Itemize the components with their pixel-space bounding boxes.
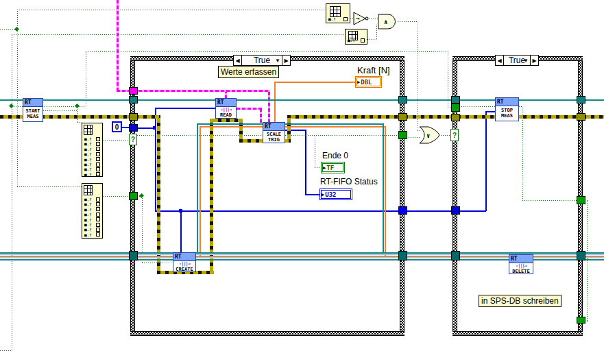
tunnel-bundle-case1-left[interactable]	[129, 251, 138, 260]
wire-grnH-36[interactable]	[86, 51, 448, 52]
tunnel-teal-case2-left[interactable]	[451, 96, 460, 104]
case2-bottom-border[interactable]	[452, 331, 583, 336]
case1-selector-label[interactable]: True	[254, 56, 270, 65]
tunnel-bundle-case2-left[interactable]	[451, 251, 460, 260]
not-gate[interactable]: ¬	[353, 11, 371, 26]
rt-stop-meas-node[interactable]: RT STOP MEAS	[495, 97, 519, 121]
wire-grnH-60[interactable]	[398, 21, 418, 22]
wire-grnV-26[interactable]	[17, 10, 18, 186]
wire-org-9[interactable]	[200, 126, 201, 256]
case1-bottom-border[interactable]	[130, 331, 404, 336]
tunnel-error-case2-right[interactable]	[577, 113, 585, 121]
wire-grnV-50[interactable]	[522, 106, 523, 201]
array-constant-top2[interactable]: ■.†	[345, 29, 367, 45]
wire-teal-1[interactable]	[0, 252, 604, 254]
wire-errV-14[interactable]	[157, 115, 160, 274]
rt-start-meas-node[interactable]: RT START MEAS	[23, 98, 43, 122]
wire-errH-21[interactable]	[287, 115, 400, 119]
rt-fifo-delete-node[interactable]: RT -|||→ DELETE	[509, 254, 533, 274]
and-gate[interactable]: ∧	[378, 14, 397, 30]
zero-constant[interactable]: 0	[112, 121, 122, 132]
wire-errV-16[interactable]	[210, 119, 213, 274]
wire-errV-18[interactable]	[239, 119, 243, 143]
dbl-indicator[interactable]: ▶ DBL	[355, 76, 382, 88]
wire-errH-12[interactable]	[0, 115, 130, 119]
wire-blu-76[interactable]	[305, 130, 306, 195]
tunnel-bool-case1-left[interactable]	[129, 192, 138, 200]
tunnel-bundle-case2-right[interactable]	[577, 251, 585, 260]
tunnel-bool-case2-right-low[interactable]	[577, 317, 585, 324]
case2-prev-arrow[interactable]: ◀	[496, 56, 503, 65]
wire-blu-71[interactable]	[457, 210, 486, 212]
wire-blu-67[interactable]	[155, 108, 217, 109]
ende-label[interactable]: Ende 0	[322, 151, 348, 160]
wire-org-84[interactable]	[274, 82, 276, 123]
wire-magV-81[interactable]	[268, 90, 270, 123]
rt-fifo-read-node[interactable]: RT -|||→ READ	[215, 98, 237, 119]
case1-dropdown-icon[interactable]: ▼	[275, 58, 280, 64]
wire-errH-24[interactable]	[583, 115, 604, 119]
case2-selector-terminal[interactable]: ?	[450, 129, 459, 141]
case1-selector[interactable]: ◀ True ▼ ▶	[233, 55, 291, 66]
wire-grnH-39[interactable]	[103, 140, 130, 141]
wire-grnH-40[interactable]	[103, 196, 130, 197]
tunnel-bool-case2-left[interactable]	[451, 104, 460, 112]
tunnel-int-case1-right[interactable]	[398, 206, 407, 215]
case1-comment-label[interactable]: Werte erfassen	[218, 66, 279, 78]
wire-magV-83[interactable]	[260, 108, 262, 123]
kraft-label[interactable]: Kraft [N]	[357, 65, 390, 75]
wire-magH-82[interactable]	[237, 108, 262, 110]
wire-grnV-43[interactable]	[315, 135, 315, 167]
array-constant-top1[interactable]: ■.†	[326, 3, 350, 23]
tunnel-cluster-case1-left[interactable]	[129, 87, 138, 95]
tunnel-int-case1-left[interactable]	[129, 124, 138, 132]
wire-errH-17[interactable]	[210, 119, 241, 122]
wire-blu-65[interactable]	[135, 128, 155, 129]
rt-scale-trig-node[interactable]: RT SCALE TRIG	[263, 122, 285, 143]
wire-magH-79[interactable]	[117, 90, 270, 92]
wire-grnH-51[interactable]	[522, 200, 578, 201]
array-constant-left1[interactable]: ■.†■.†■.†■.†■.†■.†■.†■.†	[82, 123, 103, 177]
case2-selector[interactable]: ◀ True ▼ ▶	[495, 55, 539, 66]
wire-errH-13[interactable]	[135, 115, 159, 119]
wire-teal-8[interactable]	[383, 123, 384, 253]
case1-prev-arrow[interactable]: ◀	[234, 56, 241, 65]
wire-org-10[interactable]	[200, 126, 386, 128]
case2-comment-label[interactable]: in SPS-DB schreiben	[479, 295, 561, 307]
wire-magV-78[interactable]	[117, 0, 119, 91]
case1-next-arrow[interactable]: ▶	[282, 56, 290, 65]
wire-grnV-33[interactable]	[77, 106, 78, 122]
fifo-status-label[interactable]: RT-FIFO Status	[320, 177, 378, 186]
wire-grnV-46[interactable]	[418, 22, 418, 130]
wire-grnH-41[interactable]	[17, 186, 82, 187]
wire-grnH-32[interactable]	[43, 110, 77, 111]
wire-teal-7[interactable]	[197, 123, 384, 125]
array-constant-left2[interactable]: ■.†■.†■.†■.†■.†■.†■.†■.†	[82, 183, 103, 239]
rt-fifo-create-node[interactable]: RT -|||→ CREATE	[173, 252, 196, 272]
wire-teal-6[interactable]	[197, 123, 198, 253]
or-gate[interactable]: ∨	[419, 126, 441, 145]
tunnel-teal-case1-left[interactable]	[129, 96, 138, 104]
tunnel-teal-case1-right[interactable]	[398, 96, 407, 104]
wire-grnH-27[interactable]	[17, 10, 326, 10]
tunnel-bool-case2-right[interactable]	[577, 196, 585, 204]
tunnel-teal-case2-right[interactable]	[577, 96, 585, 104]
case2-dropdown-icon[interactable]: ▼	[523, 58, 529, 64]
wire-grnH-29[interactable]	[12, 34, 345, 35]
wire-blu-72[interactable]	[485, 112, 487, 211]
wire-grnH-30[interactable]	[0, 350, 12, 351]
wire-errH-22[interactable]	[404, 115, 452, 119]
tunnel-error-case1-left[interactable]	[129, 113, 138, 121]
tunnel-int-case2-left[interactable]	[451, 206, 460, 215]
case2-next-arrow[interactable]: ▶	[531, 56, 538, 65]
wire-org-11[interactable]	[385, 126, 386, 256]
tunnel-bool-case1-right[interactable]	[398, 131, 407, 139]
case1-selector-terminal[interactable]: ?	[129, 134, 137, 145]
wire-grnV-58[interactable]	[376, 25, 377, 39]
tunnel-bundle-case1-right[interactable]	[398, 251, 407, 260]
wire-blu-77[interactable]	[305, 194, 321, 195]
wire-blu-70[interactable]	[404, 210, 452, 212]
wire-grnH-57[interactable]	[367, 39, 376, 40]
wire-blu-69[interactable]	[155, 210, 400, 212]
wire-errV-20[interactable]	[287, 115, 291, 143]
